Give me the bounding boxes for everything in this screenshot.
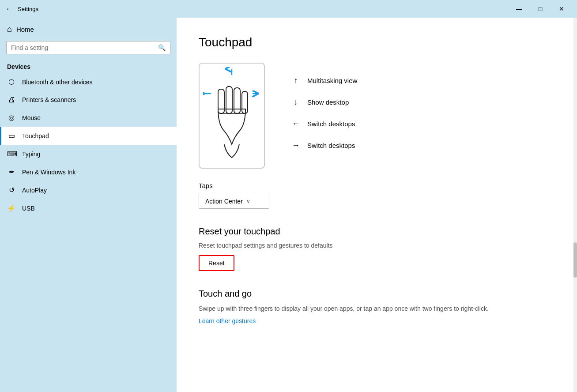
sidebar-item-printers[interactable]: 🖨 Printers & scanners bbox=[0, 91, 177, 109]
titlebar-left: ← Settings bbox=[5, 4, 38, 14]
close-button[interactable]: ✕ bbox=[551, 2, 572, 16]
reset-touchpad-section: Reset your touchpad Reset touchpad setti… bbox=[199, 226, 551, 271]
back-icon[interactable]: ← bbox=[5, 4, 13, 14]
svg-rect-5 bbox=[234, 88, 240, 113]
sidebar-item-label: Printers & scanners bbox=[22, 96, 76, 103]
hand-svg bbox=[203, 67, 260, 164]
gesture-area: ↑ Multitasking view ↓ Show desktop ← Swi… bbox=[199, 63, 551, 169]
scrollbar-thumb[interactable] bbox=[573, 242, 577, 278]
left-arrow-icon: ← bbox=[291, 119, 300, 128]
chevron-down-icon: ∨ bbox=[246, 198, 250, 204]
gesture-row-2: ← Switch desktops bbox=[291, 119, 357, 128]
usb-icon: ⚡ bbox=[7, 204, 16, 212]
gesture-row-3: → Switch desktops bbox=[291, 141, 357, 150]
gesture-label-3: Switch desktops bbox=[307, 142, 355, 149]
typing-icon: ⌨ bbox=[7, 150, 16, 158]
app-body: ⌂ Home 🔍 Devices ⬡ Bluetooth & other dev… bbox=[0, 18, 577, 392]
sidebar-item-label: USB bbox=[22, 205, 35, 212]
sidebar-item-pen[interactable]: ✒ Pen & Windows Ink bbox=[0, 163, 177, 181]
titlebar: ← Settings — □ ✕ bbox=[0, 0, 577, 18]
svg-rect-3 bbox=[218, 89, 224, 113]
sidebar-item-label: Touchpad bbox=[22, 132, 49, 139]
sidebar-item-bluetooth[interactable]: ⬡ Bluetooth & other devices bbox=[0, 73, 177, 91]
mouse-icon: ◎ bbox=[7, 113, 16, 122]
sidebar-item-autoplay[interactable]: ↺ AutoPlay bbox=[0, 181, 177, 199]
up-arrow-icon: ↑ bbox=[291, 76, 300, 85]
sidebar-item-touchpad[interactable]: ▭ Touchpad bbox=[0, 127, 177, 145]
sidebar-item-usb[interactable]: ⚡ USB bbox=[0, 199, 177, 217]
pen-icon: ✒ bbox=[7, 168, 16, 176]
sidebar-item-label: Pen & Windows Ink bbox=[22, 169, 75, 176]
touchpad-icon: ▭ bbox=[7, 132, 16, 140]
minimize-button[interactable]: — bbox=[509, 2, 529, 16]
gesture-label-0: Multitasking view bbox=[307, 77, 357, 84]
sidebar-item-label: Bluetooth & other devices bbox=[22, 79, 93, 86]
page-title: Touchpad bbox=[199, 35, 551, 49]
scrollbar-track bbox=[573, 18, 577, 392]
gesture-label-1: Show desktop bbox=[307, 98, 349, 106]
sidebar-item-label: Mouse bbox=[22, 114, 41, 121]
sidebar: ⌂ Home 🔍 Devices ⬡ Bluetooth & other dev… bbox=[0, 18, 177, 392]
search-input[interactable] bbox=[11, 44, 155, 51]
home-icon: ⌂ bbox=[7, 25, 12, 34]
down-arrow-icon: ↓ bbox=[291, 98, 300, 107]
sidebar-item-label: AutoPlay bbox=[22, 187, 47, 194]
taps-value: Action Center bbox=[205, 198, 243, 205]
right-arrow-icon: → bbox=[291, 141, 300, 150]
touch-go-section: Touch and go Swipe up with three fingers… bbox=[199, 289, 551, 325]
sidebar-item-label: Typing bbox=[22, 151, 40, 158]
home-label: Home bbox=[16, 26, 34, 33]
printer-icon: 🖨 bbox=[7, 96, 16, 104]
sidebar-section-title: Devices bbox=[0, 60, 177, 73]
reset-section-desc: Reset touchpad settings and gestures to … bbox=[199, 242, 551, 249]
reset-button[interactable]: Reset bbox=[199, 255, 234, 271]
home-nav[interactable]: ⌂ Home bbox=[0, 18, 177, 38]
sidebar-item-typing[interactable]: ⌨ Typing bbox=[0, 145, 177, 163]
svg-rect-6 bbox=[242, 91, 248, 113]
search-icon: 🔍 bbox=[158, 44, 166, 51]
gesture-row-1: ↓ Show desktop bbox=[291, 98, 357, 107]
maximize-button[interactable]: □ bbox=[530, 2, 551, 16]
taps-label: Taps bbox=[199, 182, 551, 189]
gesture-row-0: ↑ Multitasking view bbox=[291, 76, 357, 85]
sidebar-item-mouse[interactable]: ◎ Mouse bbox=[0, 109, 177, 127]
taps-dropdown[interactable]: Action Center ∨ bbox=[199, 194, 269, 209]
taps-section: Taps Action Center ∨ bbox=[199, 182, 551, 209]
gesture-actions: ↑ Multitasking view ↓ Show desktop ← Swi… bbox=[291, 63, 357, 150]
learn-gestures-link[interactable]: Learn other gestures bbox=[199, 317, 256, 324]
gesture-label-2: Switch desktops bbox=[307, 120, 355, 128]
bluetooth-icon: ⬡ bbox=[7, 78, 16, 86]
titlebar-title: Settings bbox=[18, 6, 38, 12]
content-area: Touchpad bbox=[177, 18, 573, 392]
touch-go-title: Touch and go bbox=[199, 289, 551, 299]
autoplay-icon: ↺ bbox=[7, 186, 16, 194]
touch-go-desc: Swipe up with three fingers to display a… bbox=[199, 304, 551, 313]
gesture-illustration bbox=[199, 63, 265, 169]
titlebar-controls: — □ ✕ bbox=[509, 2, 572, 16]
reset-section-title: Reset your touchpad bbox=[199, 226, 551, 237]
search-box: 🔍 bbox=[6, 41, 170, 54]
